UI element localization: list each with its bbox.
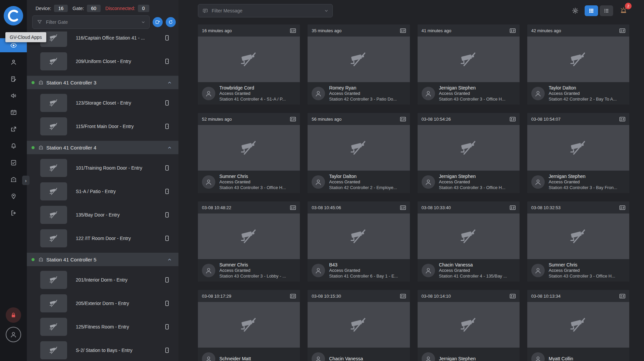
gate-list-item[interactable]: 122 /IT Room Door - Entry: [27, 227, 178, 250]
filter-message-select[interactable]: Filter Message: [198, 4, 333, 17]
event-card[interactable]: 03-08 10:33:40 Chacin Vanessa Access Gra…: [418, 201, 520, 282]
event-card[interactable]: 03-08 10:32:53 Sumner Chris Access Grant…: [527, 201, 629, 282]
gate-list-item[interactable]: 115/Front Main Door - Entry: [27, 115, 178, 138]
id-card-icon: [509, 293, 516, 300]
door-status-icon[interactable]: [164, 276, 170, 284]
online-status-dot: [32, 258, 35, 261]
chevron-down-icon: [141, 19, 146, 25]
building-icon: [10, 176, 17, 183]
event-card[interactable]: 52 minutes ago Sumner Chris Access Grant…: [198, 113, 300, 193]
user-icon: [10, 59, 17, 66]
event-card-header: 03-08 10:54:26: [418, 113, 520, 125]
camera-thumbnail: [40, 52, 67, 70]
event-card[interactable]: 03-08 10:48:22 Sumner Chris Access Grant…: [198, 201, 300, 282]
event-text: Chacin Vanessa Access Granted Station 41…: [439, 262, 515, 279]
person-avatar-icon: [312, 175, 325, 189]
settings-gear-button[interactable]: [571, 6, 580, 15]
panel-collapse-handle[interactable]: ›: [22, 176, 30, 185]
gate-list-item[interactable]: 123/Storage Closet - Entry: [27, 91, 178, 115]
grid-view-button[interactable]: [585, 5, 598, 16]
event-card-footer: Jernigan Stephen: [418, 348, 520, 361]
controller-name: Station 41 Controller 3: [46, 80, 167, 85]
clipboard-check-icon: [10, 159, 17, 166]
event-timestamp: 03-08 10:13:34: [531, 294, 560, 299]
gv-cloud-logo[interactable]: [4, 6, 23, 25]
alarm-button[interactable]: 2: [618, 5, 629, 16]
door-status-icon[interactable]: [164, 99, 170, 107]
user-avatar-button[interactable]: [6, 327, 21, 342]
gate-list-item[interactable]: S-2/ Station to Bays - Entry: [27, 339, 178, 361]
rail-item-doors[interactable]: [0, 206, 27, 220]
event-card[interactable]: 41 minutes ago Jernigan Stephen Access G…: [418, 24, 520, 105]
rail-item-notifications[interactable]: [0, 139, 27, 153]
gate-list-item[interactable]: 125/Fitness Room - Entry: [27, 315, 178, 339]
controller-group-header[interactable]: Station 41 Controller 5: [27, 253, 178, 266]
speaker-icon: [10, 92, 17, 99]
id-card-icon: [619, 204, 626, 211]
door-status-icon[interactable]: [164, 34, 170, 42]
event-text: Trowbridge Cord Access Granted Station 4…: [219, 85, 295, 102]
event-card[interactable]: 03-08 10:14:10 Jernigan Stephen: [418, 290, 520, 361]
event-card-header: 03-08 10:33:40: [418, 201, 520, 214]
door-status-icon[interactable]: [164, 122, 170, 130]
rail-item-schedule[interactable]: [0, 105, 27, 119]
camera-off-icon: [350, 316, 368, 334]
controller-group-header[interactable]: Station 41 Controller 4: [27, 141, 178, 154]
door-status-icon[interactable]: [164, 346, 170, 354]
controller-group-header[interactable]: Station 41 Controller 3: [27, 76, 178, 89]
door-status-icon[interactable]: [164, 187, 170, 195]
filter-gate-select[interactable]: Filter Gate: [32, 15, 150, 29]
door-status-icon[interactable]: [164, 323, 170, 331]
access-status: Access Granted: [219, 91, 295, 97]
list-view-button[interactable]: [600, 5, 613, 16]
rail-item-export[interactable]: [0, 122, 27, 136]
event-timestamp: 03-08 10:54:26: [422, 117, 451, 122]
event-card[interactable]: 03-08 10:54:26 Jernigan Stephen Access G…: [418, 113, 520, 193]
camera-snapshot-placeholder: [308, 37, 410, 82]
gate-count: 60: [87, 5, 101, 12]
person-name: Jernigan Stephen: [439, 85, 515, 91]
event-text: Jernigan Stephen Access Granted Station …: [439, 85, 515, 102]
rail-item-tasks[interactable]: [0, 156, 27, 170]
event-card-header: 16 minutes ago: [198, 24, 300, 37]
disconnected-count: 0: [138, 5, 149, 12]
gate-list-item[interactable]: 205/Exterior Dorm - Entry: [27, 292, 178, 315]
event-card[interactable]: 03-08 10:54:07 Jernigan Stephen Access G…: [527, 113, 629, 193]
door-status-icon[interactable]: [164, 57, 170, 65]
camera-off-icon: [49, 299, 58, 308]
event-card[interactable]: 03-08 10:45:06 B43 Access Granted Statio…: [308, 201, 410, 282]
gate-list-item[interactable]: 135/Bay Door - Entry: [27, 203, 178, 227]
rail-item-announcements[interactable]: [0, 88, 27, 103]
camera-off-icon: [460, 139, 478, 157]
gate-list-item[interactable]: 116/Captain Office Station 41 - ...: [27, 32, 178, 50]
event-card[interactable]: 03-08 10:17:29 Schneider Matt: [198, 290, 300, 361]
gv-logo-icon: [4, 6, 23, 25]
rail-item-users[interactable]: [0, 55, 27, 69]
refresh-button[interactable]: [166, 17, 176, 27]
id-card-icon: [289, 116, 297, 123]
camera-thumbnail: [40, 206, 67, 224]
event-location: Station 42 Controller 2 - Bay To A...: [549, 97, 625, 102]
door-status-icon[interactable]: [164, 164, 170, 172]
camera-off-icon: [49, 346, 58, 355]
event-card[interactable]: 03-08 10:15:30 Chacin Vanessa: [308, 290, 410, 361]
event-card[interactable]: 35 minutes ago Romey Ryan Access Granted…: [308, 24, 410, 105]
rail-item-access-records[interactable]: [0, 72, 27, 86]
door-status-icon[interactable]: [164, 234, 170, 242]
gate-list-item[interactable]: 201/Interior Dorm - Entry: [27, 268, 178, 292]
event-card[interactable]: 03-08 10:13:34 Myatt Collin: [527, 290, 629, 361]
gate-list-item[interactable]: 101/Training Room Door - Entry: [27, 156, 178, 180]
door-status-icon[interactable]: [164, 299, 170, 307]
add-view-button[interactable]: [153, 17, 163, 27]
event-card[interactable]: 56 minutes ago Taylor Dalton Access Gran…: [308, 113, 410, 193]
person-avatar-icon: [422, 87, 435, 100]
rail-item-locations[interactable]: [0, 189, 27, 203]
door-status-icon[interactable]: [164, 211, 170, 219]
event-card-header: 03-08 10:13:34: [527, 290, 629, 302]
event-card[interactable]: 42 minutes ago Taylor Dalton Access Gran…: [527, 24, 629, 105]
gate-list-item[interactable]: S1-A / Patio - Entry: [27, 180, 178, 203]
id-card-icon: [619, 293, 626, 300]
event-card[interactable]: 16 minutes ago Trowbridge Cord Access Gr…: [198, 24, 300, 105]
lockdown-button[interactable]: [6, 307, 21, 323]
gate-list-item[interactable]: 209/Uniform Closet - Entry: [27, 50, 178, 73]
